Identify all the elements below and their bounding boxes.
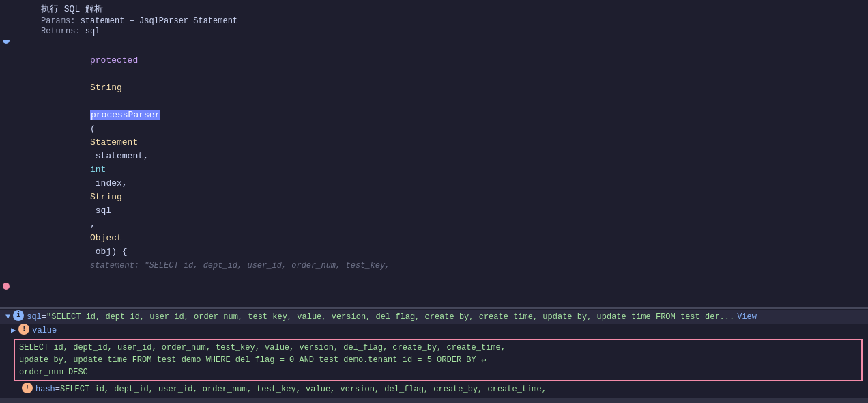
debug-value-key: value	[32, 324, 57, 337]
debug-eq: =	[42, 310, 46, 324]
debug-sql-val: "SELECT id, dept id, user id, order num,…	[46, 310, 734, 324]
info-panel: 执行 SQL 解析 Params: statement – JsqlParser…	[0, 0, 868, 40]
info-returns: Returns: sql	[41, 27, 863, 36]
scrollbar-horizontal[interactable]	[0, 398, 868, 403]
info-title: 执行 SQL 解析	[41, 3, 863, 15]
sql-line3: order_num DESC	[19, 367, 88, 377]
editor-container: 执行 SQL 解析 Params: statement – JsqlParser…	[0, 0, 868, 403]
type-int: int	[90, 165, 106, 175]
indent1	[90, 301, 111, 307]
sig-rest: (	[90, 124, 96, 134]
fn-processParser: processParser	[90, 110, 160, 120]
debug-sql-key: sql	[27, 310, 42, 324]
debug-hash-key: hash	[35, 383, 55, 396]
comma: ,	[90, 219, 101, 230]
code-content-if-logger: if (logger. isDebugEnabled ()) {	[34, 286, 868, 307]
debug-sql-box: SELECT id, dept_id, user_id, order_num, …	[14, 339, 863, 381]
var-sql: sql	[90, 206, 111, 216]
type-string: String	[90, 83, 122, 93]
params-value-text: statement – JsqlParser Statement	[81, 16, 237, 26]
debug-tree: ▼ i sql = "SELECT id, dept id, user id, …	[0, 309, 868, 398]
debug-view-link[interactable]: View	[737, 310, 757, 324]
sql-line1: SELECT id, dept_id, user_id, order_num, …	[19, 343, 506, 352]
sp1	[90, 69, 96, 79]
debug-value-row: ▶ ! value	[0, 324, 868, 337]
code-area: protected String processParser ( Stateme…	[0, 40, 868, 307]
returns-value: sql	[85, 27, 100, 36]
breakpoint-if-logger	[3, 283, 10, 290]
var-index: index,	[90, 178, 132, 189]
debug-icon-blue: i	[13, 310, 24, 321]
returns-label: Returns:	[41, 27, 81, 36]
debug-hash-row: ! hash = SELECT id, dept_id, user_id, or…	[0, 383, 868, 396]
info-params: Params: statement – JsqlParser Statement	[41, 16, 863, 26]
type-statement: Statement	[90, 137, 138, 148]
var-obj: obj) {	[90, 247, 143, 257]
var-statement: statement,	[90, 151, 154, 161]
params-label: Params:	[41, 16, 75, 26]
debug-icon-orange-value: !	[18, 324, 29, 335]
debug-icon-orange-hash: !	[22, 383, 33, 393]
code-content-method: protected String processParser ( Stateme…	[34, 40, 868, 286]
type-object: Object	[90, 233, 122, 243]
debug-expand-arrow[interactable]: ▼	[5, 310, 10, 324]
debug-value-expand[interactable]: ▶	[11, 324, 16, 337]
debug-hash-val: SELECT id, dept_id, user_id, order_num, …	[60, 383, 547, 396]
debug-sig: statement: "SELECT id, dept_id, user_id,…	[90, 261, 390, 270]
kw-protected: protected	[90, 55, 138, 66]
code-line-if-logger: if (logger. isDebugEnabled ()) {	[0, 286, 868, 307]
sql-value-content: SELECT id, dept_id, user_id, order_num, …	[14, 339, 863, 381]
sql-line2: update_by, update_time FROM test_demo WH…	[19, 355, 486, 365]
code-line-method: protected String processParser ( Stateme…	[0, 40, 868, 286]
sp2	[90, 96, 96, 107]
debug-hash-eq: =	[55, 383, 60, 396]
debug-area: ▼ i sql = "SELECT id, dept id, user id, …	[0, 307, 868, 398]
breakpoint-method	[3, 40, 10, 44]
debug-sql-row: ▼ i sql = "SELECT id, dept id, user id, …	[0, 310, 868, 324]
type-string2: String	[90, 192, 122, 202]
code-lines: protected String processParser ( Stateme…	[0, 40, 868, 307]
